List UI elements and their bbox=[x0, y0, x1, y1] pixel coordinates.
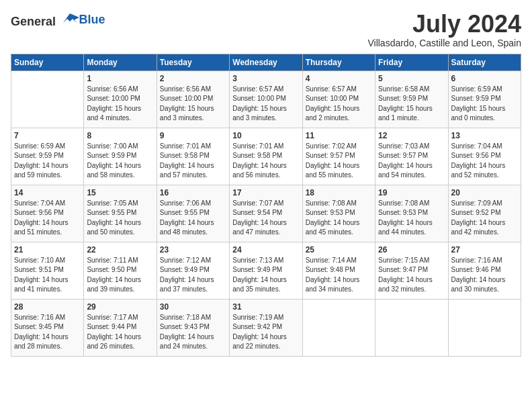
calendar-cell: 13 Sunrise: 7:04 AMSunset: 9:56 PMDaylig… bbox=[448, 128, 521, 185]
cell-details: Sunrise: 7:17 AMSunset: 9:44 PMDaylight:… bbox=[87, 313, 153, 352]
day-number: 8 bbox=[87, 131, 153, 140]
calendar-cell: 1 Sunrise: 6:56 AMSunset: 10:00 PMDaylig… bbox=[84, 71, 157, 128]
cell-details: Sunrise: 7:16 AMSunset: 9:45 PMDaylight:… bbox=[14, 313, 81, 352]
cell-details: Sunrise: 7:03 AMSunset: 9:57 PMDaylight:… bbox=[378, 142, 445, 181]
calendar-cell: 20 Sunrise: 7:09 AMSunset: 9:52 PMDaylig… bbox=[448, 185, 521, 242]
header-monday: Monday bbox=[84, 54, 157, 71]
calendar-cell: 11 Sunrise: 7:02 AMSunset: 9:57 PMDaylig… bbox=[302, 128, 375, 185]
day-number: 19 bbox=[378, 188, 445, 197]
cell-details: Sunrise: 6:58 AMSunset: 9:59 PMDaylight:… bbox=[378, 85, 445, 124]
day-number: 14 bbox=[14, 188, 81, 197]
day-number: 11 bbox=[306, 131, 372, 140]
cell-details: Sunrise: 7:08 AMSunset: 9:53 PMDaylight:… bbox=[378, 199, 445, 238]
calendar-cell: 8 Sunrise: 7:00 AMSunset: 9:59 PMDayligh… bbox=[84, 128, 157, 185]
cell-details: Sunrise: 7:02 AMSunset: 9:57 PMDaylight:… bbox=[306, 142, 372, 181]
day-number: 1 bbox=[87, 74, 153, 83]
calendar-cell: 16 Sunrise: 7:06 AMSunset: 9:55 PMDaylig… bbox=[157, 185, 229, 242]
day-number: 13 bbox=[451, 131, 518, 140]
calendar-cell: 26 Sunrise: 7:15 AMSunset: 9:47 PMDaylig… bbox=[375, 242, 448, 299]
logo-bird-icon bbox=[60, 11, 79, 26]
day-number: 28 bbox=[14, 302, 81, 312]
header-tuesday: Tuesday bbox=[157, 54, 229, 71]
calendar-cell: 30 Sunrise: 7:18 AMSunset: 9:43 PMDaylig… bbox=[157, 299, 229, 356]
title-area: July 2024 Villasdardo, Castille and Leon… bbox=[367, 11, 521, 48]
calendar-week-row: 1 Sunrise: 6:56 AMSunset: 10:00 PMDaylig… bbox=[11, 71, 521, 128]
calendar-cell: 31 Sunrise: 7:19 AMSunset: 9:42 PMDaylig… bbox=[230, 299, 302, 356]
cell-details: Sunrise: 7:04 AMSunset: 9:56 PMDaylight:… bbox=[451, 142, 518, 181]
cell-details: Sunrise: 6:57 AMSunset: 10:00 PMDaylight… bbox=[306, 85, 372, 124]
calendar-cell: 12 Sunrise: 7:03 AMSunset: 9:57 PMDaylig… bbox=[375, 128, 448, 185]
calendar-cell: 7 Sunrise: 6:59 AMSunset: 9:59 PMDayligh… bbox=[11, 128, 84, 185]
day-number: 15 bbox=[87, 188, 153, 197]
day-number: 3 bbox=[232, 74, 299, 83]
header-saturday: Saturday bbox=[448, 54, 521, 71]
header-friday: Friday bbox=[375, 54, 448, 71]
day-number: 22 bbox=[87, 245, 153, 255]
cell-details: Sunrise: 7:19 AMSunset: 9:42 PMDaylight:… bbox=[232, 313, 299, 352]
cell-details: Sunrise: 7:14 AMSunset: 9:48 PMDaylight:… bbox=[306, 256, 372, 295]
cell-details: Sunrise: 7:10 AMSunset: 9:51 PMDaylight:… bbox=[14, 256, 81, 295]
cell-details: Sunrise: 7:15 AMSunset: 9:47 PMDaylight:… bbox=[378, 256, 445, 295]
calendar-cell: 6 Sunrise: 6:59 AMSunset: 9:59 PMDayligh… bbox=[448, 71, 521, 128]
calendar-cell: 4 Sunrise: 6:57 AMSunset: 10:00 PMDaylig… bbox=[302, 71, 375, 128]
logo: General Blue bbox=[11, 11, 105, 29]
header-sunday: Sunday bbox=[11, 54, 84, 71]
calendar-cell: 22 Sunrise: 7:11 AMSunset: 9:50 PMDaylig… bbox=[84, 242, 157, 299]
header-wednesday: Wednesday bbox=[230, 54, 302, 71]
day-number: 20 bbox=[451, 188, 518, 197]
calendar-cell: 27 Sunrise: 7:16 AMSunset: 9:46 PMDaylig… bbox=[448, 242, 521, 299]
calendar-cell: 15 Sunrise: 7:05 AMSunset: 9:55 PMDaylig… bbox=[84, 185, 157, 242]
calendar-week-row: 14 Sunrise: 7:04 AMSunset: 9:56 PMDaylig… bbox=[11, 185, 521, 242]
calendar-cell: 29 Sunrise: 7:17 AMSunset: 9:44 PMDaylig… bbox=[84, 299, 157, 356]
cell-details: Sunrise: 7:08 AMSunset: 9:53 PMDaylight:… bbox=[306, 199, 372, 238]
day-number: 9 bbox=[160, 131, 226, 140]
day-number: 7 bbox=[14, 131, 81, 140]
cell-details: Sunrise: 7:01 AMSunset: 9:58 PMDaylight:… bbox=[232, 142, 299, 181]
cell-details: Sunrise: 7:06 AMSunset: 9:55 PMDaylight:… bbox=[160, 199, 226, 238]
calendar-cell: 10 Sunrise: 7:01 AMSunset: 9:58 PMDaylig… bbox=[230, 128, 302, 185]
cell-details: Sunrise: 7:09 AMSunset: 9:52 PMDaylight:… bbox=[451, 199, 518, 238]
day-number: 26 bbox=[378, 245, 445, 255]
day-number: 29 bbox=[87, 302, 153, 312]
calendar-cell: 2 Sunrise: 6:56 AMSunset: 10:00 PMDaylig… bbox=[157, 71, 229, 128]
calendar-header-row: Sunday Monday Tuesday Wednesday Thursday… bbox=[11, 54, 521, 71]
day-number: 31 bbox=[232, 302, 299, 312]
location-title: Villasdardo, Castille and Leon, Spain bbox=[367, 38, 521, 48]
day-number: 4 bbox=[306, 74, 372, 83]
day-number: 16 bbox=[160, 188, 226, 197]
calendar-cell: 28 Sunrise: 7:16 AMSunset: 9:45 PMDaylig… bbox=[11, 299, 84, 356]
header: General Blue July 2024 Villasdardo, Cast… bbox=[11, 11, 521, 48]
calendar-cell bbox=[448, 299, 521, 356]
calendar-week-row: 21 Sunrise: 7:10 AMSunset: 9:51 PMDaylig… bbox=[11, 242, 521, 299]
cell-details: Sunrise: 7:18 AMSunset: 9:43 PMDaylight:… bbox=[160, 313, 226, 352]
calendar-cell: 5 Sunrise: 6:58 AMSunset: 9:59 PMDayligh… bbox=[375, 71, 448, 128]
cell-details: Sunrise: 7:00 AMSunset: 9:59 PMDaylight:… bbox=[87, 142, 153, 181]
day-number: 30 bbox=[160, 302, 226, 312]
cell-details: Sunrise: 7:04 AMSunset: 9:56 PMDaylight:… bbox=[14, 199, 81, 238]
calendar-cell: 18 Sunrise: 7:08 AMSunset: 9:53 PMDaylig… bbox=[302, 185, 375, 242]
calendar-week-row: 28 Sunrise: 7:16 AMSunset: 9:45 PMDaylig… bbox=[11, 299, 521, 356]
calendar-cell: 19 Sunrise: 7:08 AMSunset: 9:53 PMDaylig… bbox=[375, 185, 448, 242]
calendar-cell: 23 Sunrise: 7:12 AMSunset: 9:49 PMDaylig… bbox=[157, 242, 229, 299]
calendar-cell: 3 Sunrise: 6:57 AMSunset: 10:00 PMDaylig… bbox=[230, 71, 302, 128]
calendar-table: Sunday Monday Tuesday Wednesday Thursday… bbox=[11, 54, 521, 357]
day-number: 27 bbox=[451, 245, 518, 255]
day-number: 6 bbox=[451, 74, 518, 83]
calendar-cell: 24 Sunrise: 7:13 AMSunset: 9:49 PMDaylig… bbox=[230, 242, 302, 299]
cell-details: Sunrise: 6:56 AMSunset: 10:00 PMDaylight… bbox=[87, 85, 153, 124]
day-number: 2 bbox=[160, 74, 226, 83]
calendar-week-row: 7 Sunrise: 6:59 AMSunset: 9:59 PMDayligh… bbox=[11, 128, 521, 185]
cell-details: Sunrise: 6:56 AMSunset: 10:00 PMDaylight… bbox=[160, 85, 226, 124]
calendar-cell: 14 Sunrise: 7:04 AMSunset: 9:56 PMDaylig… bbox=[11, 185, 84, 242]
calendar-cell bbox=[11, 71, 84, 128]
cell-details: Sunrise: 7:13 AMSunset: 9:49 PMDaylight:… bbox=[232, 256, 299, 295]
calendar-cell: 25 Sunrise: 7:14 AMSunset: 9:48 PMDaylig… bbox=[302, 242, 375, 299]
day-number: 12 bbox=[378, 131, 445, 140]
cell-details: Sunrise: 7:07 AMSunset: 9:54 PMDaylight:… bbox=[232, 199, 299, 238]
day-number: 10 bbox=[232, 131, 299, 140]
calendar-cell bbox=[375, 299, 448, 356]
day-number: 17 bbox=[232, 188, 299, 197]
cell-details: Sunrise: 6:59 AMSunset: 9:59 PMDaylight:… bbox=[451, 85, 518, 124]
cell-details: Sunrise: 7:16 AMSunset: 9:46 PMDaylight:… bbox=[451, 256, 518, 295]
month-title: July 2024 bbox=[367, 11, 521, 38]
